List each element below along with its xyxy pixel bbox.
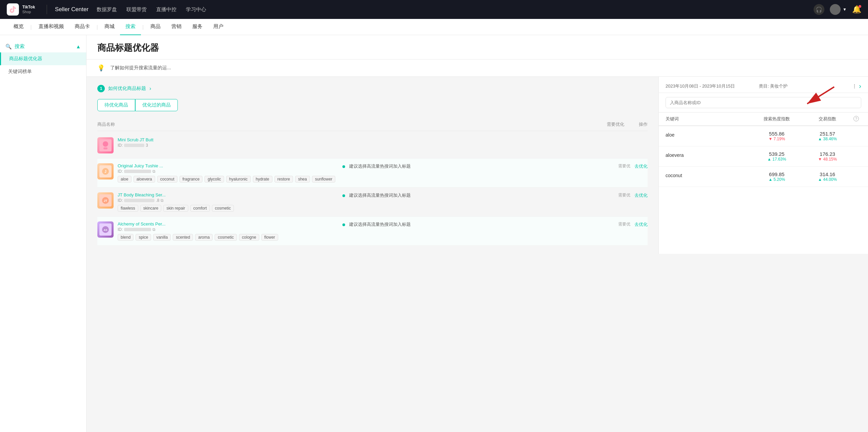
nav-item-marketing[interactable]: 营销 [166, 19, 187, 35]
kw-tag-scented[interactable]: scented [173, 234, 193, 241]
notification-button[interactable]: 🔔 [852, 5, 861, 14]
kw-header-search-index: 搜索热度指数 [750, 116, 804, 122]
kw-tag-skincare[interactable]: skincare [140, 205, 162, 212]
product-name-3[interactable]: JT Body Bleaching Ser... [118, 192, 338, 197]
nav-item-search[interactable]: 搜索 [120, 19, 141, 35]
need-text-4: 需要优 [618, 221, 630, 227]
product-name-1[interactable]: Mini Scrub JT Butt [118, 137, 648, 142]
kw-nav: ⋮ › [852, 82, 861, 90]
kw-tag-cologne[interactable]: cologne [239, 234, 259, 241]
optimize-link-3[interactable]: 去优化 [634, 192, 648, 198]
kw-tag-aloevera[interactable]: aloevera [134, 176, 155, 183]
question-icon[interactable]: ? [853, 116, 859, 121]
nav-link-data[interactable]: 数据罗盘 [97, 6, 117, 13]
nav-item-goods[interactable]: 商品 [145, 19, 166, 35]
nav-item-service[interactable]: 服务 [187, 19, 208, 35]
kw-search-val-aloevera: 539.25 ▲ 17.63% [750, 151, 804, 162]
keyword-tags-3: flawless skincare skin repair comfort co… [118, 205, 338, 212]
kw-tag-shea[interactable]: shea [295, 176, 310, 183]
nav-item-live-video[interactable]: 直播和视频 [33, 19, 69, 35]
info-text: 了解如何提升搜索流量的运... [110, 65, 171, 71]
kw-tag-comfort[interactable]: comfort [190, 205, 210, 212]
keyword-tags-2: aloe aloevera coconut fragrance glycolic… [118, 176, 338, 183]
optimize-link-2[interactable]: 去优化 [634, 163, 648, 169]
id-placeholder-4 [124, 228, 151, 231]
nav-item-mall[interactable]: 商城 [99, 19, 120, 35]
kw-tag-cosmetic-4[interactable]: cosmetic [215, 234, 237, 241]
search-input-row [659, 93, 868, 113]
chevron-right-icon[interactable]: › [859, 82, 861, 90]
product-name-4[interactable]: Alchemy of Scents Per... [118, 221, 338, 226]
kw-date-range: 2023年10月08日 - 2023年10月15日 [666, 83, 755, 89]
product-name-2[interactable]: Original Juicy Tushie ... [118, 163, 338, 168]
nav-divider [47, 5, 47, 14]
kw-tag-fragrance[interactable]: fragrance [179, 176, 203, 183]
kw-tag-glycolic[interactable]: glycolic [204, 176, 224, 183]
kw-tag-skin-repair[interactable]: skin repair [163, 205, 188, 212]
kw-trade-val-coconut: 314.16 ▲ 44.00% [804, 171, 851, 182]
user-avatar-area[interactable]: ▼ [830, 4, 847, 15]
kw-tag-spice[interactable]: spice [136, 234, 151, 241]
nav-item-product-card[interactable]: 商品卡 [69, 19, 95, 35]
sidebar-item-keyword-list[interactable]: 关键词榜单 [0, 65, 86, 78]
kw-tag-hyaluronic[interactable]: hyaluronic [226, 176, 251, 183]
kw-trade-val-aloevera: 176.23 ▼ 48.15% [804, 151, 851, 162]
kw-tag-aloe[interactable]: aloe [118, 176, 131, 183]
svg-text:JT: JT [104, 199, 107, 202]
product-thumb-4: AS [97, 221, 114, 238]
product-thumb-1 [97, 137, 114, 153]
tab-pending-optimization[interactable]: 待优化商品 [97, 99, 135, 111]
product-row-1: Mini Scrub JT Butt ID: 3 [97, 133, 648, 159]
product-row-4: AS Alchemy of Scents Per... ID: ⧉ blend … [97, 217, 648, 246]
product-info-2: Original Juicy Tushie ... ID: ⧉ aloe alo… [118, 163, 338, 183]
advice-text-4: 建议选择高流量热搜词加入标题 [349, 221, 614, 227]
kw-tag-restore[interactable]: restore [274, 176, 293, 183]
sidebar-item-title-optimizer[interactable]: 商品标题优化器 [0, 52, 86, 65]
copy-icon-2[interactable]: ⧉ [152, 169, 155, 174]
header-product-name: 商品名称 [97, 121, 218, 127]
nav-item-user[interactable]: 用户 [208, 19, 229, 35]
kw-name-aloevera: aloevera [666, 151, 750, 158]
kw-tag-sunflower[interactable]: sunflower [312, 176, 335, 183]
nav-link-live[interactable]: 直播中控 [156, 6, 176, 13]
seller-center-label: Seller Center [55, 6, 89, 13]
header-advice [459, 121, 604, 127]
tab-optimized[interactable]: 优化过的商品 [135, 99, 178, 111]
logo-area[interactable]: TikTok Shop [7, 3, 35, 16]
kw-tag-flawless[interactable]: flawless [118, 205, 138, 212]
optimize-link-4[interactable]: 去优化 [634, 221, 648, 227]
notification-dot [859, 5, 861, 8]
kw-header-keyword: 关键词 [666, 116, 750, 122]
kw-table-header: 关键词 搜索热度指数 交易指数 ? [659, 113, 868, 126]
product-info-4: Alchemy of Scents Per... ID: ⧉ blend spi… [118, 221, 338, 241]
chevron-down-icon[interactable]: ▼ [843, 7, 847, 12]
kw-tag-hydrate[interactable]: hydrate [253, 176, 272, 183]
headset-button[interactable]: 🎧 [814, 4, 824, 15]
nav-item-overview[interactable]: 概览 [8, 19, 29, 35]
info-bar: 💡 了解如何提升搜索流量的运... [87, 59, 868, 77]
product-id-4: ID: ⧉ [118, 227, 338, 232]
copy-icon-4[interactable]: ⧉ [152, 227, 155, 232]
product-search-input[interactable] [666, 97, 861, 108]
kw-tag-blend[interactable]: blend [118, 234, 134, 241]
dot-indicator-4 [342, 223, 345, 226]
kw-search-val-aloe: 555.86 ▼ 7.19% [750, 131, 804, 141]
copy-icon-3[interactable]: ⧉ [161, 198, 164, 203]
svg-point-1 [103, 141, 108, 147]
nav-link-learn[interactable]: 学习中心 [186, 6, 206, 13]
id-placeholder-1 [124, 144, 144, 147]
kw-tag-coconut[interactable]: coconut [157, 176, 177, 183]
kw-row-aloe: aloe 555.86 ▼ 7.19% 251.57 ▲ 38.46% [659, 126, 868, 146]
kw-tag-cosmetic[interactable]: cosmetic [212, 205, 234, 212]
sidebar-section-search[interactable]: 🔍 搜索 ▲ [0, 41, 86, 52]
kw-tag-vanilla[interactable]: vanilla [153, 234, 171, 241]
avatar [830, 4, 841, 15]
advice-text-3: 建议选择高流量热搜词加入标题 [349, 192, 614, 198]
nav-link-affiliate[interactable]: 联盟带货 [126, 6, 147, 13]
dot-indicator-3 [342, 194, 345, 197]
kw-tag-aroma[interactable]: aroma [195, 234, 213, 241]
search-icon: 🔍 [5, 44, 12, 50]
step-link[interactable]: 如何优化商品标题 [108, 86, 146, 92]
kw-tag-flower[interactable]: flower [261, 234, 278, 241]
step-arrow-icon: › [149, 86, 151, 92]
